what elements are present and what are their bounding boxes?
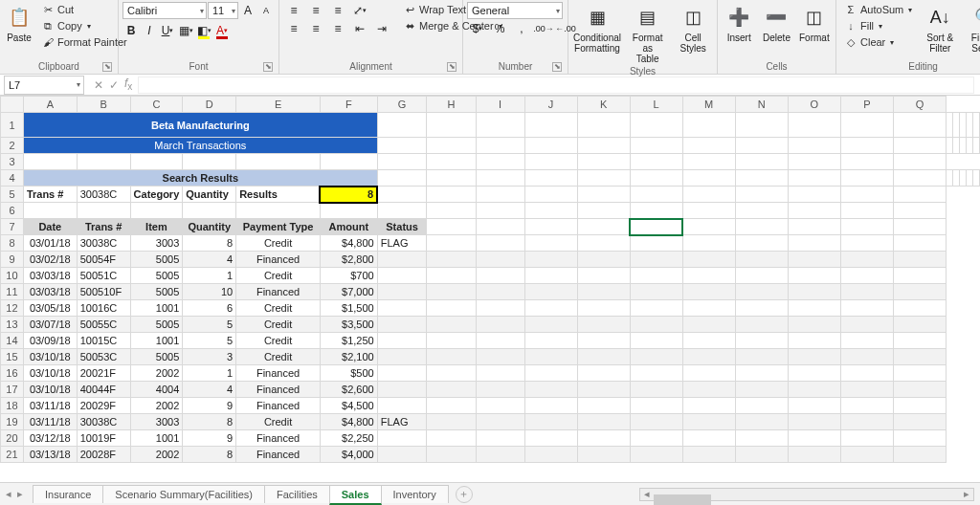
cell-date[interactable]: 03/05/18 [23,300,77,317]
cell-qty[interactable]: 3 [183,349,236,365]
cell[interactable] [524,382,577,398]
cell-status[interactable] [377,284,427,300]
cell[interactable] [577,154,630,170]
cell[interactable] [524,203,577,219]
row-header-12[interactable]: 12 [1,300,24,317]
cell[interactable] [947,113,953,138]
cell-status[interactable] [377,268,427,284]
row-header-16[interactable]: 16 [1,365,24,382]
cell[interactable] [524,138,577,154]
cell-amt[interactable]: $1,500 [320,300,377,317]
cell[interactable] [893,398,946,414]
cell[interactable] [476,138,524,154]
cell[interactable] [23,154,77,170]
cell[interactable] [682,284,735,300]
cell-pay[interactable]: Credit [236,300,321,317]
cell[interactable] [682,349,735,365]
cell[interactable] [630,430,682,447]
cell[interactable] [788,349,840,365]
cancel-formula-button[interactable]: ✕ [94,78,103,92]
cell[interactable] [973,113,980,138]
cell-trans[interactable]: 10019F [77,430,130,447]
orientation-button[interactable]: ⤢▾ [349,2,370,19]
search-results-label[interactable]: Results [236,187,321,203]
cell-amt[interactable]: $2,800 [320,252,377,268]
decrease-indent-button[interactable]: ⇤ [349,20,370,37]
cell-date[interactable]: 03/10/18 [23,365,77,382]
cell[interactable] [476,349,524,365]
cell[interactable] [524,170,577,187]
cell[interactable] [630,235,682,252]
cell[interactable] [630,382,682,398]
cell[interactable] [524,349,577,365]
cell[interactable] [967,113,973,138]
fx-button[interactable]: fx [124,77,132,92]
col-header-Q[interactable]: Q [893,97,946,113]
cell[interactable] [320,154,377,170]
cell[interactable] [788,170,840,187]
cell[interactable] [682,235,735,252]
cell[interactable] [788,414,840,430]
cell-item[interactable]: 1001 [130,430,183,447]
cell[interactable] [788,113,840,138]
cell[interactable] [377,203,427,219]
cell[interactable] [476,154,524,170]
cell[interactable] [682,382,735,398]
cell[interactable] [427,349,476,365]
col-header-M[interactable]: M [682,97,735,113]
cell[interactable] [577,268,630,284]
cell[interactable] [577,138,630,154]
cell[interactable] [840,219,893,235]
row-header-15[interactable]: 15 [1,349,24,365]
col-date[interactable]: Date [23,219,77,235]
cell-status[interactable]: FLAG [377,414,427,430]
cell-pay[interactable]: Financed [236,398,321,414]
cell[interactable] [427,235,476,252]
cell-item[interactable]: 2002 [130,447,183,463]
cell[interactable] [893,382,946,398]
cell[interactable] [476,447,524,463]
tab-nav-next[interactable]: ▸ [17,488,23,500]
cell[interactable] [630,154,682,170]
search-trans-label[interactable]: Trans # [23,187,77,203]
cell[interactable] [524,187,577,203]
cell-qty[interactable]: 4 [183,382,236,398]
cell[interactable] [427,447,476,463]
cell-trans[interactable]: 50055C [77,317,130,333]
cell[interactable] [427,317,476,333]
col-header-L[interactable]: L [630,97,682,113]
cell-item[interactable]: 3003 [130,414,183,430]
name-box[interactable]: L7▾ [4,76,84,95]
cell[interactable] [183,203,236,219]
cell[interactable] [524,235,577,252]
cell[interactable] [840,170,893,187]
cell[interactable] [893,138,946,154]
col-header-C[interactable]: C [130,97,183,113]
search-results-header[interactable]: Search Results [23,170,377,187]
cell-amt[interactable]: $700 [320,268,377,284]
search-category-label[interactable]: Category [130,187,183,203]
cell[interactable] [840,252,893,268]
cell[interactable] [476,430,524,447]
cell-trans[interactable]: 500510F [77,284,130,300]
cell-status[interactable] [377,333,427,349]
comma-button[interactable]: , [511,20,532,37]
cell[interactable] [735,317,788,333]
cell-pay[interactable]: Financed [236,284,321,300]
cell[interactable] [735,187,788,203]
cell[interactable] [788,187,840,203]
conditional-formatting-button[interactable]: ▦Conditional Formatting [572,2,622,55]
cell[interactable] [524,430,577,447]
cell-pay[interactable]: Financed [236,365,321,382]
delete-cells-button[interactable]: ➖Delete [759,2,793,45]
cell[interactable] [682,317,735,333]
cell[interactable] [630,268,682,284]
cell[interactable] [577,382,630,398]
cell[interactable] [630,170,682,187]
cell-amt[interactable]: $4,500 [320,398,377,414]
cell-date[interactable]: 03/13/18 [23,447,77,463]
cell[interactable] [735,414,788,430]
cell[interactable] [973,138,980,154]
row-header-14[interactable]: 14 [1,333,24,349]
cell[interactable] [476,300,524,317]
